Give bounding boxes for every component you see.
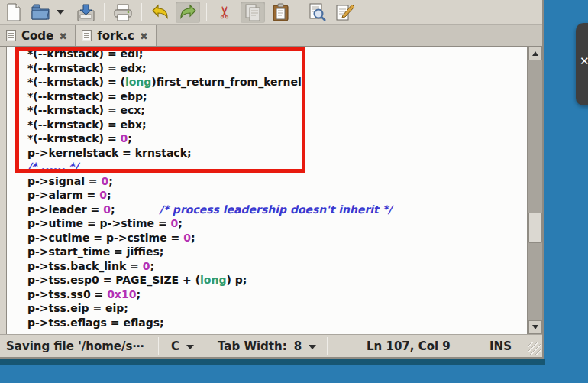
toolbar-separator	[104, 3, 105, 21]
tab-forkc-close-icon[interactable]: ✖	[140, 31, 148, 41]
toolbar: ✂	[0, 0, 542, 25]
code-lines: *(--krnstack) = edi;*(--krnstack) = edx;…	[7, 47, 527, 329]
code-line: p->cutime = p->cstime = 0;	[27, 231, 527, 245]
insert-mode-indicator: INS	[489, 339, 512, 353]
resize-grip[interactable]	[528, 342, 541, 355]
code-line: p->leader = 0;/* process leadership does…	[27, 203, 527, 217]
language-caret-icon	[186, 345, 194, 349]
cut-icon: ✂	[217, 5, 234, 19]
print-icon	[113, 4, 133, 21]
cut-button[interactable]: ✂	[213, 2, 237, 23]
paste-icon	[272, 3, 289, 21]
vertical-scrollbar[interactable]	[527, 47, 542, 334]
redo-icon	[179, 4, 197, 21]
code-line: p->tss.eip = eip;	[27, 301, 527, 316]
tab-code-label: Code	[21, 29, 53, 43]
cursor-position: Ln 107, Col 9	[367, 339, 451, 353]
copy-button[interactable]	[241, 2, 265, 23]
notification-toast[interactable]: ✕	[576, 23, 588, 105]
tab-width-caret-icon	[309, 345, 316, 349]
tab-forkc[interactable]: fork.c ✖	[76, 25, 157, 46]
copy-icon	[244, 3, 262, 21]
code-line: *(--krnstack) = ecx;	[27, 103, 527, 118]
find-replace-icon	[335, 3, 355, 21]
tab-width-label: Tab Width:	[218, 339, 287, 353]
toolbar-separator	[141, 3, 142, 21]
save-icon	[76, 4, 95, 21]
redo-button[interactable]	[176, 2, 200, 23]
scroll-down-button[interactable]	[528, 320, 542, 334]
document-icon	[82, 30, 92, 41]
code-line: *(--krnstack) = edx;	[27, 61, 527, 76]
tab-width-value: 8	[294, 339, 302, 353]
code-line: p->alarm = 0;	[27, 188, 527, 203]
tab-code[interactable]: Code ✖	[0, 25, 76, 46]
language-value: C	[171, 339, 179, 353]
open-button[interactable]	[29, 2, 53, 23]
toolbar-separator	[206, 3, 207, 21]
tab-width-selector[interactable]: Tab Width: 8	[218, 339, 316, 353]
code-line: p->tss.eflags = eflags;	[27, 316, 527, 330]
code-line: *(--krnstack) = ebp;	[27, 89, 527, 104]
undo-button[interactable]	[148, 2, 173, 23]
print-button[interactable]	[111, 2, 135, 23]
text-editor-area[interactable]: *(--krnstack) = edi;*(--krnstack) = edx;…	[6, 47, 527, 334]
code-line: p->utime = p->stime = 0;	[27, 216, 527, 231]
code-line: *(--krnstack) = 0;	[27, 131, 527, 146]
scroll-down-icon	[532, 325, 538, 329]
code-line: p->tss.back_link = 0;	[27, 259, 527, 274]
code-line: *(--krnstack) = edi;	[27, 47, 527, 61]
scrollbar-thumb[interactable]	[528, 213, 542, 243]
tab-forkc-label: fork.c	[97, 29, 134, 43]
find-icon	[309, 3, 327, 21]
open-folder-icon	[31, 4, 51, 21]
code-line: p->start_time = jiffies;	[27, 245, 527, 259]
toast-close-icon: ✕	[576, 54, 588, 68]
find-replace-button[interactable]	[333, 2, 357, 23]
undo-icon	[151, 4, 170, 21]
status-separator	[327, 337, 328, 355]
tab-code-close-icon[interactable]: ✖	[59, 31, 67, 41]
toolbar-separator	[299, 3, 299, 21]
window-shadow	[0, 359, 545, 365]
code-line: *(--krnstack) = (long)first_return_from_…	[27, 75, 527, 89]
code-line: p->kernelstack = krnstack;	[27, 146, 527, 161]
status-bar: Saving file '/home/s⋯ C Tab Width: 8 Ln …	[0, 334, 542, 357]
new-document-icon	[5, 3, 22, 21]
editor-window: ✂ Code ✖	[0, 0, 544, 359]
code-line: p->tss.ss0 = 0x10;	[27, 287, 527, 302]
document-icon	[6, 30, 16, 41]
code-line: /* ...... */	[27, 160, 527, 174]
status-separator	[205, 337, 205, 355]
paste-button[interactable]	[268, 2, 292, 23]
status-message: Saving file '/home/s⋯	[6, 339, 144, 353]
language-selector[interactable]: C	[171, 339, 194, 353]
code-line: p->signal = 0;	[27, 174, 527, 189]
code-line: p->tss.esp0 = PAGE_SIZE + (long) p;	[27, 273, 527, 287]
new-document-button[interactable]	[2, 2, 26, 23]
status-separator	[158, 337, 159, 355]
code-line: *(--krnstack) = ebx;	[27, 118, 527, 132]
tab-bar: Code ✖ fork.c ✖	[0, 25, 542, 47]
scroll-up-button[interactable]	[528, 47, 542, 60]
save-button[interactable]	[73, 2, 98, 23]
find-button[interactable]	[305, 2, 330, 23]
scroll-up-icon	[532, 51, 538, 56]
open-dropdown-caret	[57, 10, 64, 15]
open-dropdown-button[interactable]	[55, 2, 66, 23]
